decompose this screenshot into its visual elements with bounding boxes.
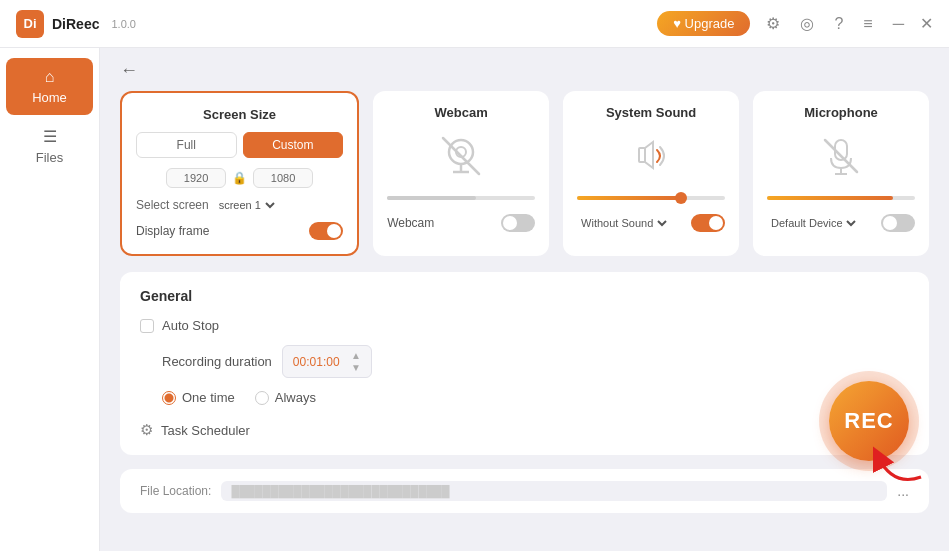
display-frame-toggle[interactable] [309, 222, 343, 240]
webcam-slider-row [387, 196, 535, 200]
webcam-bottom: Webcam [387, 214, 535, 232]
screen-size-title: Screen Size [136, 107, 343, 122]
app-logo-icon: Di [16, 10, 44, 38]
height-input[interactable] [253, 168, 313, 188]
system-sound-toggle[interactable] [691, 214, 725, 232]
webcam-toggle[interactable] [501, 214, 535, 232]
display-frame-label: Display frame [136, 224, 209, 238]
files-icon: ☰ [43, 127, 57, 146]
auto-stop-label: Auto Stop [162, 318, 219, 333]
system-sound-title: System Sound [577, 105, 725, 120]
radio-always[interactable]: Always [255, 390, 316, 405]
system-sound-card: System Sound [563, 91, 739, 256]
sidebar-item-files[interactable]: ☰ Files [6, 117, 93, 175]
menu-icon[interactable]: ≡ [859, 13, 876, 35]
title-bar: Di DiReec 1.0.0 ♥ Upgrade ⚙ ◎ ? ≡ ─ ✕ [0, 0, 949, 48]
webcam-slider[interactable] [387, 196, 535, 200]
minimize-icon[interactable]: ─ [889, 13, 908, 35]
sidebar-item-files-label: Files [36, 150, 63, 165]
system-sound-slider[interactable] [577, 196, 725, 200]
general-title: General [140, 288, 909, 304]
microphone-card: Microphone [753, 91, 929, 256]
app-name: DiReec [52, 16, 99, 32]
title-bar-actions: ♥ Upgrade ⚙ ◎ ? ≡ ─ ✕ [657, 11, 933, 36]
cards-row: Screen Size Full Custom 🔒 Select screen … [120, 91, 929, 256]
sidebar-item-home-label: Home [32, 90, 67, 105]
microphone-icon [767, 130, 915, 182]
radio-always-circle [255, 391, 269, 405]
microphone-toggle[interactable] [881, 214, 915, 232]
radio-one-time[interactable]: One time [162, 390, 235, 405]
recording-duration-row: Recording duration 00:01:00 ▲ ▼ [140, 345, 909, 378]
home-icon: ⌂ [45, 68, 55, 86]
tab-custom[interactable]: Custom [243, 132, 344, 158]
task-scheduler-gear-icon: ⚙ [140, 421, 153, 439]
main-layout: ⌂ Home ☰ Files ← Screen Size Full Custom… [0, 48, 949, 551]
sidebar: ⌂ Home ☰ Files [0, 48, 100, 551]
upgrade-button[interactable]: ♥ Upgrade [657, 11, 750, 36]
svg-rect-6 [639, 148, 645, 162]
rec-container: REC [819, 371, 919, 471]
auto-stop-row: Auto Stop [140, 318, 909, 333]
file-location-path: ████████████████████████████ [221, 481, 887, 501]
webcam-card: Webcam [373, 91, 549, 256]
radio-always-label: Always [275, 390, 316, 405]
task-scheduler-row: ⚙ Task Scheduler [140, 421, 909, 439]
content-area: ← Screen Size Full Custom 🔒 Select scree… [100, 48, 949, 551]
system-sound-slider-row [577, 196, 725, 200]
microphone-slider-row [767, 196, 915, 200]
help-icon[interactable]: ? [830, 13, 847, 35]
system-sound-icon [577, 130, 725, 182]
width-input[interactable] [166, 168, 226, 188]
duration-value: 00:01:00 [293, 355, 340, 369]
screen-select-row: Select screen screen 1 [136, 198, 343, 212]
task-scheduler-label: Task Scheduler [161, 423, 250, 438]
file-location-label: File Location: [140, 484, 211, 498]
webcam-title: Webcam [387, 105, 535, 120]
microphone-bottom: Default Device [767, 214, 915, 232]
lock-icon: 🔒 [232, 171, 247, 185]
size-inputs: 🔒 [136, 168, 343, 188]
screen-select-dropdown[interactable]: screen 1 [215, 198, 278, 212]
webcam-label: Webcam [387, 216, 434, 230]
display-frame-row: Display frame [136, 222, 343, 240]
general-section: General Auto Stop Recording duration 00:… [120, 272, 929, 455]
microphone-slider[interactable] [767, 196, 915, 200]
screen-size-card: Screen Size Full Custom 🔒 Select screen … [120, 91, 359, 256]
screen-icon[interactable]: ◎ [796, 12, 818, 35]
recording-duration-label: Recording duration [162, 354, 272, 369]
back-button[interactable]: ← [120, 60, 138, 81]
duration-input[interactable]: 00:01:00 ▲ ▼ [282, 345, 372, 378]
close-icon[interactable]: ✕ [920, 14, 933, 33]
app-logo: Di DiReec 1.0.0 [16, 10, 136, 38]
radio-row: One time Always [140, 390, 909, 405]
select-screen-label: Select screen [136, 198, 209, 212]
svg-marker-5 [645, 142, 653, 168]
radio-one-time-circle [162, 391, 176, 405]
settings-icon[interactable]: ⚙ [762, 12, 784, 35]
rec-arrow [873, 437, 933, 489]
svg-point-0 [449, 140, 473, 164]
auto-stop-checkbox[interactable] [140, 319, 154, 333]
microphone-title: Microphone [767, 105, 915, 120]
tab-full[interactable]: Full [136, 132, 237, 158]
system-sound-select[interactable]: Without Sound [577, 216, 670, 230]
webcam-icon [387, 130, 535, 182]
file-location-section: File Location: █████████████████████████… [120, 469, 929, 513]
sidebar-item-home[interactable]: ⌂ Home [6, 58, 93, 115]
system-sound-bottom: Without Sound [577, 214, 725, 232]
duration-spinners[interactable]: ▲ ▼ [351, 350, 361, 373]
microphone-select[interactable]: Default Device [767, 216, 859, 230]
size-tabs: Full Custom [136, 132, 343, 158]
radio-one-time-label: One time [182, 390, 235, 405]
app-version: 1.0.0 [111, 18, 135, 30]
